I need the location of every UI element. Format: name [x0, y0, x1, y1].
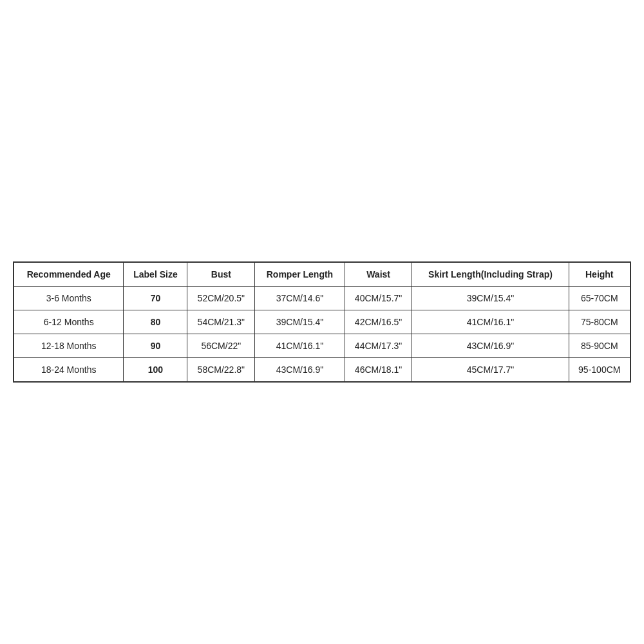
cell-height: 85-90CM	[569, 334, 630, 358]
cell-romper-length: 41CM/16.1"	[255, 334, 345, 358]
cell-waist: 42CM/16.5"	[345, 310, 412, 334]
cell-label-size: 90	[124, 334, 187, 358]
cell-skirt-length: 45CM/17.7"	[412, 358, 569, 382]
cell-skirt-length: 43CM/16.9"	[412, 334, 569, 358]
header-skirt-length: Skirt Length(Including Strap)	[412, 263, 569, 287]
cell-bust: 58CM/22.8"	[187, 358, 255, 382]
size-chart-table: Recommended Age Label Size Bust Romper L…	[14, 262, 630, 382]
cell-waist: 44CM/17.3"	[345, 334, 412, 358]
cell-skirt-length: 41CM/16.1"	[412, 310, 569, 334]
table-row: 6-12 Months8054CM/21.3"39CM/15.4"42CM/16…	[14, 310, 630, 334]
cell-bust: 52CM/20.5"	[187, 287, 255, 310]
cell-label-size: 70	[124, 287, 187, 310]
cell-height: 65-70CM	[569, 287, 630, 310]
table-header-row: Recommended Age Label Size Bust Romper L…	[14, 263, 630, 287]
cell-waist: 40CM/15.7"	[345, 287, 412, 310]
header-height: Height	[569, 263, 630, 287]
table-row: 18-24 Months10058CM/22.8"43CM/16.9"46CM/…	[14, 358, 630, 382]
cell-label-size: 100	[124, 358, 187, 382]
cell-bust: 56CM/22"	[187, 334, 255, 358]
header-label-size: Label Size	[124, 263, 187, 287]
header-bust: Bust	[187, 263, 255, 287]
cell-romper-length: 43CM/16.9"	[255, 358, 345, 382]
cell-height: 95-100CM	[569, 358, 630, 382]
cell-age: 6-12 Months	[14, 310, 124, 334]
cell-romper-length: 39CM/15.4"	[255, 310, 345, 334]
header-recommended-age: Recommended Age	[14, 263, 124, 287]
cell-height: 75-80CM	[569, 310, 630, 334]
cell-bust: 54CM/21.3"	[187, 310, 255, 334]
header-waist: Waist	[345, 263, 412, 287]
cell-age: 3-6 Months	[14, 287, 124, 310]
cell-age: 18-24 Months	[14, 358, 124, 382]
cell-skirt-length: 39CM/15.4"	[412, 287, 569, 310]
cell-waist: 46CM/18.1"	[345, 358, 412, 382]
cell-age: 12-18 Months	[14, 334, 124, 358]
header-romper-length: Romper Length	[255, 263, 345, 287]
cell-romper-length: 37CM/14.6"	[255, 287, 345, 310]
table-row: 12-18 Months9056CM/22"41CM/16.1"44CM/17.…	[14, 334, 630, 358]
cell-label-size: 80	[124, 310, 187, 334]
table-row: 3-6 Months7052CM/20.5"37CM/14.6"40CM/15.…	[14, 287, 630, 310]
size-chart-container: Recommended Age Label Size Bust Romper L…	[13, 261, 631, 383]
